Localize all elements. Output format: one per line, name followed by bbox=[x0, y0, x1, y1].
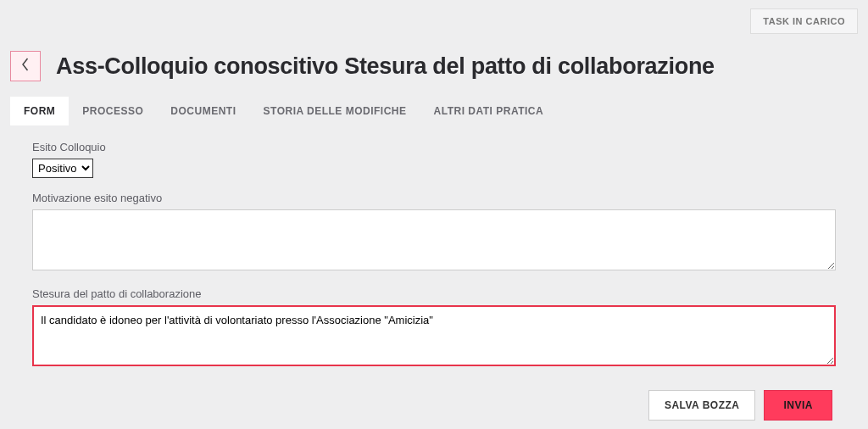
esito-select[interactable]: Positivo bbox=[32, 159, 93, 178]
back-button[interactable] bbox=[10, 51, 41, 81]
stesura-label: Stesura del patto di collaborazione bbox=[32, 287, 836, 300]
tab-form[interactable]: FORM bbox=[10, 97, 69, 125]
top-bar: TASK IN CARICO bbox=[0, 0, 868, 34]
header-row: Ass-Colloquio conoscitivo Stesura del pa… bbox=[0, 34, 868, 97]
motivazione-label: Motivazione esito negativo bbox=[32, 192, 836, 204]
invia-button[interactable]: INVIA bbox=[764, 390, 832, 421]
page-title: Ass-Colloquio conoscitivo Stesura del pa… bbox=[56, 53, 715, 80]
form-area: Esito Colloquio Positivo Motivazione esi… bbox=[0, 125, 868, 429]
tab-altri-dati[interactable]: ALTRI DATI PRATICA bbox=[420, 97, 558, 125]
stesura-textarea[interactable] bbox=[32, 305, 836, 366]
tabs: FORM PROCESSO DOCUMENTI STORIA DELLE MOD… bbox=[0, 97, 868, 125]
tab-processo[interactable]: PROCESSO bbox=[69, 97, 157, 125]
task-in-carico-button[interactable]: TASK IN CARICO bbox=[750, 8, 858, 34]
action-row: SALVA BOZZA INVIA bbox=[32, 390, 836, 421]
chevron-left-icon bbox=[21, 58, 30, 75]
esito-label: Esito Colloquio bbox=[32, 141, 836, 153]
motivazione-textarea[interactable] bbox=[32, 209, 836, 270]
salva-bozza-button[interactable]: SALVA BOZZA bbox=[648, 390, 756, 421]
tab-storia[interactable]: STORIA DELLE MODIFICHE bbox=[250, 97, 420, 125]
tab-documenti[interactable]: DOCUMENTI bbox=[157, 97, 249, 125]
